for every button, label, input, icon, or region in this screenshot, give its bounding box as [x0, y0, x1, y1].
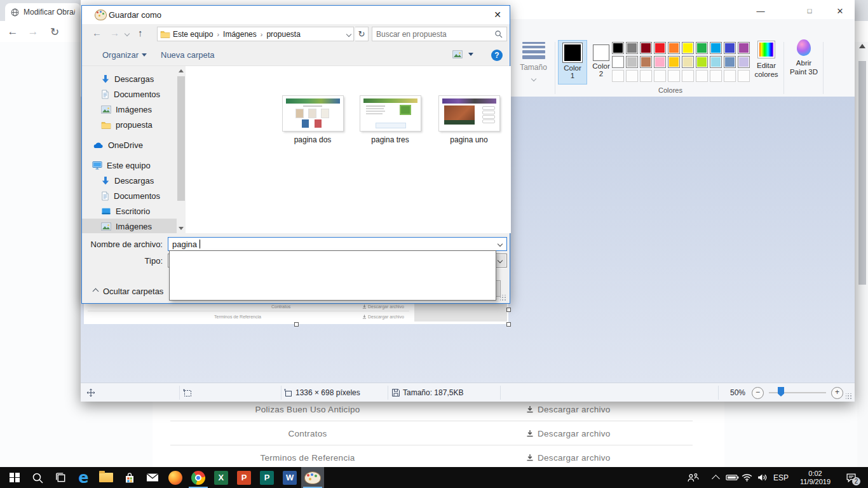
sidebar-item-documentos[interactable]: Documentos — [82, 188, 177, 203]
taskbar-edge-icon[interactable]: e — [72, 467, 95, 488]
dialog-help-button[interactable]: ? — [491, 50, 503, 61]
view-mode-button[interactable] — [452, 50, 473, 58]
breadcrumb-segment-propuesta[interactable]: propuesta — [266, 30, 300, 39]
palette-empty-cell[interactable] — [682, 70, 694, 82]
browser-scrollbar[interactable] — [857, 42, 868, 467]
taskbar-firefox-icon[interactable] — [164, 467, 187, 488]
sidebar-item-descargas[interactable]: Descargas — [82, 173, 177, 188]
taskbar-chrome-icon[interactable] — [187, 467, 210, 488]
breadcrumb-segment-im-genes[interactable]: Imágenes — [223, 30, 257, 39]
palette-swatch[interactable] — [612, 56, 624, 68]
search-input[interactable]: Buscar en propuesta — [372, 27, 507, 41]
file-item-pagina-tres[interactable]: pagina tres — [356, 95, 424, 144]
palette-empty-cell[interactable] — [724, 70, 736, 82]
refresh-button[interactable]: ↻ — [355, 27, 369, 41]
zoom-out-button[interactable]: − — [752, 387, 764, 399]
palette-empty-cell[interactable] — [668, 70, 680, 82]
resize-handle-corner[interactable] — [506, 322, 511, 327]
battery-icon[interactable] — [724, 467, 740, 488]
download-link[interactable]: Descargar archivo — [526, 453, 611, 463]
taskbar-start-icon[interactable] — [3, 467, 26, 488]
sidebar-item-propuesta[interactable]: propuesta — [82, 117, 177, 132]
sidebar-item-onedrive[interactable]: OneDrive — [82, 137, 177, 152]
scroll-up-icon[interactable] — [179, 69, 184, 72]
taskbar-store-icon[interactable] — [118, 467, 141, 488]
sidebar-item-im-genes[interactable]: Imágenes — [82, 219, 177, 233]
sidebar-item-escritorio[interactable]: Escritorio — [82, 203, 177, 219]
zoom-in-button[interactable]: + — [831, 387, 843, 399]
browser-back-button[interactable]: ← — [5, 24, 20, 39]
recent-locations-icon[interactable] — [125, 31, 130, 36]
wifi-icon[interactable] — [740, 467, 754, 488]
tray-expand-icon[interactable] — [709, 467, 722, 488]
breadcrumb[interactable]: Este equipo›Imágenes›propuesta — [157, 27, 354, 41]
sidebar-item-descargas[interactable]: Descargas — [82, 71, 177, 86]
sidebar-item-este-equipo[interactable]: Este equipo — [82, 158, 177, 173]
dialog-resize-grip[interactable] — [500, 295, 506, 301]
palette-swatch[interactable] — [668, 42, 680, 54]
file-item-pagina-uno[interactable]: pagina uno — [435, 95, 503, 144]
download-link[interactable]: Descargar archivo — [526, 405, 611, 414]
maximize-button[interactable]: □ — [800, 4, 819, 18]
search-icon[interactable] — [494, 30, 503, 38]
forward-button[interactable]: → — [110, 27, 119, 38]
palette-swatch[interactable] — [668, 56, 680, 68]
people-icon[interactable] — [685, 467, 700, 488]
taskbar-publisher-icon[interactable]: P — [255, 467, 278, 488]
minimize-button[interactable]: — — [751, 4, 770, 18]
size-button[interactable]: Tamaño — [512, 41, 555, 83]
resize-handle-right[interactable] — [506, 308, 511, 312]
close-button[interactable]: ✕ — [831, 4, 850, 18]
palette-swatch[interactable] — [640, 56, 652, 68]
palette-empty-cell[interactable] — [654, 70, 666, 82]
open-paint3d-button[interactable]: Abrir Paint 3D — [787, 39, 820, 76]
up-button[interactable]: ↑ — [138, 27, 143, 38]
action-center-icon[interactable]: 2 — [843, 467, 859, 488]
resize-handle-bottom[interactable] — [294, 322, 299, 327]
filename-dropdown-icon[interactable] — [494, 238, 506, 250]
color1-button[interactable]: Color 1 — [559, 41, 587, 84]
breadcrumb-segment-este-equipo[interactable]: Este equipo — [173, 30, 213, 39]
palette-swatch[interactable] — [724, 42, 736, 54]
edit-colors-button[interactable]: Editar colores — [752, 41, 781, 79]
organize-button[interactable]: Organizar — [102, 50, 147, 60]
filename-input[interactable]: pagina — [168, 237, 507, 251]
palette-swatch[interactable] — [696, 42, 708, 54]
taskbar-word-icon[interactable]: W — [278, 467, 301, 488]
palette-empty-cell[interactable] — [738, 70, 750, 82]
taskbar-explorer-icon[interactable] — [95, 467, 118, 488]
taskbar-paint-icon[interactable] — [301, 467, 324, 488]
hide-folders-button[interactable]: Ocultar carpetas — [93, 287, 163, 296]
palette-empty-cell[interactable] — [626, 70, 638, 82]
navigation-scrollbar[interactable] — [177, 66, 186, 233]
palette-empty-cell[interactable] — [612, 70, 624, 82]
taskbar-mail-icon[interactable] — [141, 467, 164, 488]
sidebar-item-documentos[interactable]: Documentos — [82, 86, 177, 102]
window-resize-grip[interactable] — [846, 393, 852, 400]
palette-swatch[interactable] — [682, 56, 694, 68]
taskbar-taskview-icon[interactable] — [49, 467, 72, 488]
taskbar-search-icon[interactable] — [26, 467, 49, 488]
scroll-down-icon[interactable] — [179, 227, 184, 230]
new-folder-button[interactable]: Nueva carpeta — [161, 50, 215, 60]
browser-forward-button[interactable]: → — [25, 24, 41, 39]
zoom-slider-track[interactable] — [769, 392, 826, 393]
palette-swatch[interactable] — [640, 42, 652, 54]
palette-swatch[interactable] — [738, 42, 750, 54]
palette-swatch[interactable] — [626, 42, 638, 54]
file-item-pagina-dos[interactable]: pagina dos — [278, 95, 347, 144]
scroll-up-icon[interactable] — [859, 44, 865, 48]
browser-reload-button[interactable]: ↻ — [47, 24, 62, 39]
palette-swatch[interactable] — [612, 42, 624, 54]
scrollbar-thumb[interactable] — [858, 61, 866, 285]
back-button[interactable]: ← — [92, 27, 102, 38]
palette-swatch[interactable] — [626, 56, 638, 68]
language-indicator[interactable]: ESP — [771, 467, 791, 488]
volume-icon[interactable] — [754, 467, 770, 488]
clock[interactable]: 0:02 11/9/2019 — [793, 467, 837, 488]
palette-empty-cell[interactable] — [696, 70, 708, 82]
browser-tab[interactable]: Modificar Obra/ — [5, 3, 81, 21]
palette-swatch[interactable] — [682, 42, 694, 54]
taskbar-powerpoint-icon[interactable]: P — [233, 467, 255, 488]
palette-swatch[interactable] — [654, 42, 666, 54]
